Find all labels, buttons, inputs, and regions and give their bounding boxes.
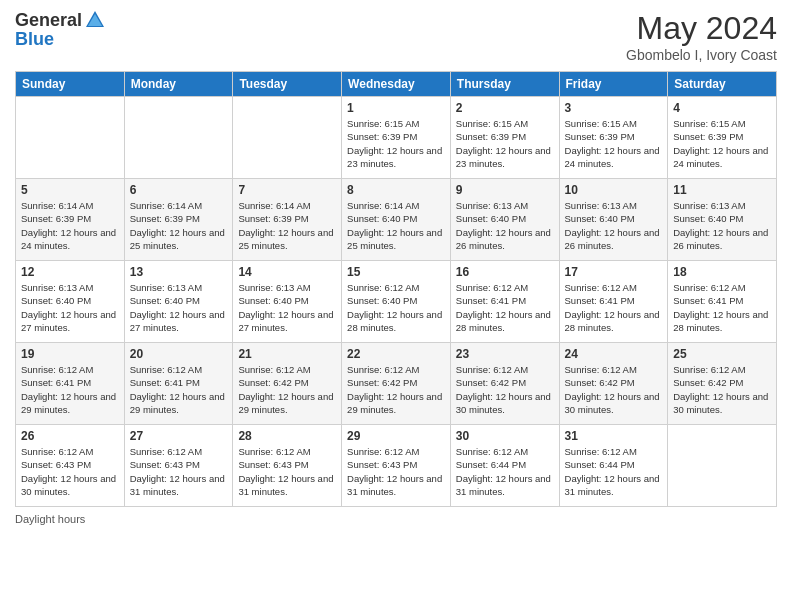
calendar-cell: 27Sunrise: 6:12 AM Sunset: 6:43 PM Dayli… — [124, 425, 233, 507]
calendar-cell: 14Sunrise: 6:13 AM Sunset: 6:40 PM Dayli… — [233, 261, 342, 343]
day-info: Sunrise: 6:12 AM Sunset: 6:42 PM Dayligh… — [673, 363, 771, 416]
day-info: Sunrise: 6:14 AM Sunset: 6:39 PM Dayligh… — [21, 199, 119, 252]
day-info: Sunrise: 6:12 AM Sunset: 6:43 PM Dayligh… — [130, 445, 228, 498]
calendar-cell: 19Sunrise: 6:12 AM Sunset: 6:41 PM Dayli… — [16, 343, 125, 425]
calendar-cell: 7Sunrise: 6:14 AM Sunset: 6:39 PM Daylig… — [233, 179, 342, 261]
day-number: 5 — [21, 183, 119, 197]
col-header-thursday: Thursday — [450, 72, 559, 97]
day-info: Sunrise: 6:12 AM Sunset: 6:42 PM Dayligh… — [565, 363, 663, 416]
day-number: 9 — [456, 183, 554, 197]
day-info: Sunrise: 6:12 AM Sunset: 6:42 PM Dayligh… — [238, 363, 336, 416]
col-header-saturday: Saturday — [668, 72, 777, 97]
calendar-cell — [16, 97, 125, 179]
day-info: Sunrise: 6:12 AM Sunset: 6:44 PM Dayligh… — [565, 445, 663, 498]
day-info: Sunrise: 6:15 AM Sunset: 6:39 PM Dayligh… — [347, 117, 445, 170]
calendar-cell: 26Sunrise: 6:12 AM Sunset: 6:43 PM Dayli… — [16, 425, 125, 507]
calendar-cell: 15Sunrise: 6:12 AM Sunset: 6:40 PM Dayli… — [342, 261, 451, 343]
week-row-3: 12Sunrise: 6:13 AM Sunset: 6:40 PM Dayli… — [16, 261, 777, 343]
col-header-wednesday: Wednesday — [342, 72, 451, 97]
col-header-friday: Friday — [559, 72, 668, 97]
page: General Blue May 2024 Gbombelo I, Ivory … — [0, 0, 792, 612]
logo-general-text: General — [15, 10, 82, 31]
calendar-cell: 28Sunrise: 6:12 AM Sunset: 6:43 PM Dayli… — [233, 425, 342, 507]
calendar-cell: 9Sunrise: 6:13 AM Sunset: 6:40 PM Daylig… — [450, 179, 559, 261]
daylight-label: Daylight hours — [15, 513, 85, 525]
day-info: Sunrise: 6:15 AM Sunset: 6:39 PM Dayligh… — [673, 117, 771, 170]
day-info: Sunrise: 6:12 AM Sunset: 6:43 PM Dayligh… — [21, 445, 119, 498]
day-info: Sunrise: 6:14 AM Sunset: 6:39 PM Dayligh… — [130, 199, 228, 252]
month-year: May 2024 — [626, 10, 777, 47]
day-info: Sunrise: 6:15 AM Sunset: 6:39 PM Dayligh… — [456, 117, 554, 170]
day-info: Sunrise: 6:12 AM Sunset: 6:41 PM Dayligh… — [21, 363, 119, 416]
day-number: 28 — [238, 429, 336, 443]
day-info: Sunrise: 6:14 AM Sunset: 6:39 PM Dayligh… — [238, 199, 336, 252]
day-number: 17 — [565, 265, 663, 279]
day-number: 8 — [347, 183, 445, 197]
logo-icon — [84, 9, 106, 31]
day-number: 6 — [130, 183, 228, 197]
day-info: Sunrise: 6:12 AM Sunset: 6:40 PM Dayligh… — [347, 281, 445, 334]
day-number: 4 — [673, 101, 771, 115]
day-info: Sunrise: 6:12 AM Sunset: 6:41 PM Dayligh… — [456, 281, 554, 334]
day-number: 10 — [565, 183, 663, 197]
col-header-tuesday: Tuesday — [233, 72, 342, 97]
calendar-cell: 2Sunrise: 6:15 AM Sunset: 6:39 PM Daylig… — [450, 97, 559, 179]
calendar-cell: 22Sunrise: 6:12 AM Sunset: 6:42 PM Dayli… — [342, 343, 451, 425]
day-number: 27 — [130, 429, 228, 443]
calendar-cell: 8Sunrise: 6:14 AM Sunset: 6:40 PM Daylig… — [342, 179, 451, 261]
calendar-cell: 24Sunrise: 6:12 AM Sunset: 6:42 PM Dayli… — [559, 343, 668, 425]
day-number: 2 — [456, 101, 554, 115]
day-number: 24 — [565, 347, 663, 361]
calendar-cell: 4Sunrise: 6:15 AM Sunset: 6:39 PM Daylig… — [668, 97, 777, 179]
day-number: 26 — [21, 429, 119, 443]
day-number: 12 — [21, 265, 119, 279]
calendar-cell: 20Sunrise: 6:12 AM Sunset: 6:41 PM Dayli… — [124, 343, 233, 425]
calendar-cell: 25Sunrise: 6:12 AM Sunset: 6:42 PM Dayli… — [668, 343, 777, 425]
day-number: 11 — [673, 183, 771, 197]
day-number: 22 — [347, 347, 445, 361]
col-header-monday: Monday — [124, 72, 233, 97]
day-number: 25 — [673, 347, 771, 361]
day-number: 21 — [238, 347, 336, 361]
day-number: 31 — [565, 429, 663, 443]
header-row: SundayMondayTuesdayWednesdayThursdayFrid… — [16, 72, 777, 97]
calendar-cell: 31Sunrise: 6:12 AM Sunset: 6:44 PM Dayli… — [559, 425, 668, 507]
calendar-cell: 12Sunrise: 6:13 AM Sunset: 6:40 PM Dayli… — [16, 261, 125, 343]
calendar-cell: 1Sunrise: 6:15 AM Sunset: 6:39 PM Daylig… — [342, 97, 451, 179]
day-number: 14 — [238, 265, 336, 279]
location: Gbombelo I, Ivory Coast — [626, 47, 777, 63]
calendar-cell: 16Sunrise: 6:12 AM Sunset: 6:41 PM Dayli… — [450, 261, 559, 343]
day-number: 29 — [347, 429, 445, 443]
day-info: Sunrise: 6:14 AM Sunset: 6:40 PM Dayligh… — [347, 199, 445, 252]
day-info: Sunrise: 6:13 AM Sunset: 6:40 PM Dayligh… — [238, 281, 336, 334]
footer: Daylight hours — [15, 513, 777, 525]
day-number: 15 — [347, 265, 445, 279]
calendar-cell: 3Sunrise: 6:15 AM Sunset: 6:39 PM Daylig… — [559, 97, 668, 179]
header: General Blue May 2024 Gbombelo I, Ivory … — [15, 10, 777, 63]
calendar-cell — [124, 97, 233, 179]
day-number: 20 — [130, 347, 228, 361]
day-number: 16 — [456, 265, 554, 279]
day-info: Sunrise: 6:15 AM Sunset: 6:39 PM Dayligh… — [565, 117, 663, 170]
week-row-4: 19Sunrise: 6:12 AM Sunset: 6:41 PM Dayli… — [16, 343, 777, 425]
day-info: Sunrise: 6:12 AM Sunset: 6:43 PM Dayligh… — [347, 445, 445, 498]
calendar-cell: 18Sunrise: 6:12 AM Sunset: 6:41 PM Dayli… — [668, 261, 777, 343]
day-info: Sunrise: 6:12 AM Sunset: 6:44 PM Dayligh… — [456, 445, 554, 498]
calendar-cell: 5Sunrise: 6:14 AM Sunset: 6:39 PM Daylig… — [16, 179, 125, 261]
calendar-cell — [668, 425, 777, 507]
day-number: 19 — [21, 347, 119, 361]
day-number: 1 — [347, 101, 445, 115]
day-number: 30 — [456, 429, 554, 443]
week-row-1: 1Sunrise: 6:15 AM Sunset: 6:39 PM Daylig… — [16, 97, 777, 179]
calendar-cell: 11Sunrise: 6:13 AM Sunset: 6:40 PM Dayli… — [668, 179, 777, 261]
day-info: Sunrise: 6:13 AM Sunset: 6:40 PM Dayligh… — [130, 281, 228, 334]
calendar-cell: 21Sunrise: 6:12 AM Sunset: 6:42 PM Dayli… — [233, 343, 342, 425]
calendar-cell: 23Sunrise: 6:12 AM Sunset: 6:42 PM Dayli… — [450, 343, 559, 425]
day-info: Sunrise: 6:12 AM Sunset: 6:41 PM Dayligh… — [565, 281, 663, 334]
week-row-2: 5Sunrise: 6:14 AM Sunset: 6:39 PM Daylig… — [16, 179, 777, 261]
day-info: Sunrise: 6:12 AM Sunset: 6:42 PM Dayligh… — [347, 363, 445, 416]
calendar-cell: 6Sunrise: 6:14 AM Sunset: 6:39 PM Daylig… — [124, 179, 233, 261]
logo-blue-text: Blue — [15, 29, 106, 50]
day-info: Sunrise: 6:12 AM Sunset: 6:43 PM Dayligh… — [238, 445, 336, 498]
calendar-cell: 10Sunrise: 6:13 AM Sunset: 6:40 PM Dayli… — [559, 179, 668, 261]
